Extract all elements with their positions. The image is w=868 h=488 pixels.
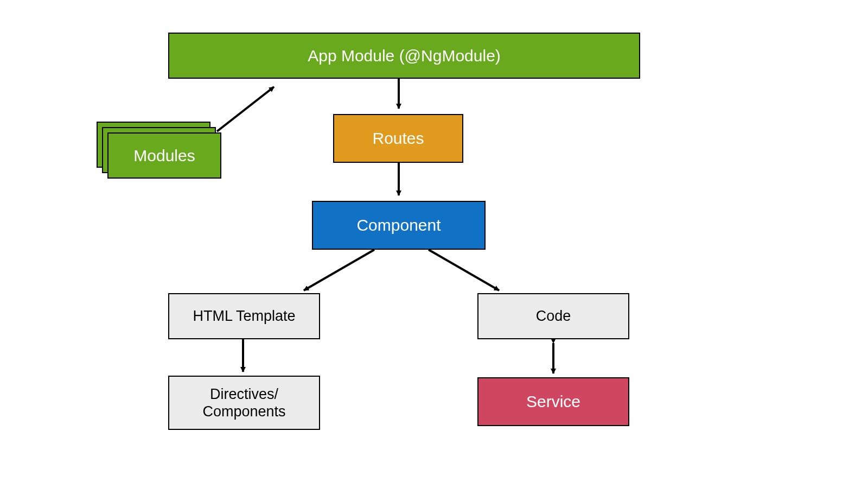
arrow-component-htmltemplate bbox=[304, 250, 374, 290]
node-app-module: App Module (@NgModule) bbox=[168, 33, 640, 79]
node-modules: Modules bbox=[107, 132, 221, 179]
label-app-module: App Module (@NgModule) bbox=[308, 47, 501, 65]
label-component: Component bbox=[356, 216, 441, 235]
arrow-component-code bbox=[429, 250, 499, 290]
label-code: Code bbox=[536, 308, 571, 325]
node-html-template: HTML Template bbox=[168, 293, 320, 339]
node-service: Service bbox=[477, 377, 629, 426]
node-directives-components: Directives/ Components bbox=[168, 376, 320, 430]
label-service: Service bbox=[526, 392, 580, 411]
label-routes: Routes bbox=[372, 129, 424, 148]
label-directives-components: Directives/ Components bbox=[202, 385, 285, 421]
arrow-modules-appmodule bbox=[217, 87, 274, 131]
node-routes: Routes bbox=[333, 114, 463, 163]
label-html-template: HTML Template bbox=[193, 308, 295, 325]
label-modules: Modules bbox=[133, 147, 195, 165]
node-component: Component bbox=[312, 201, 486, 250]
node-code: Code bbox=[477, 293, 629, 339]
